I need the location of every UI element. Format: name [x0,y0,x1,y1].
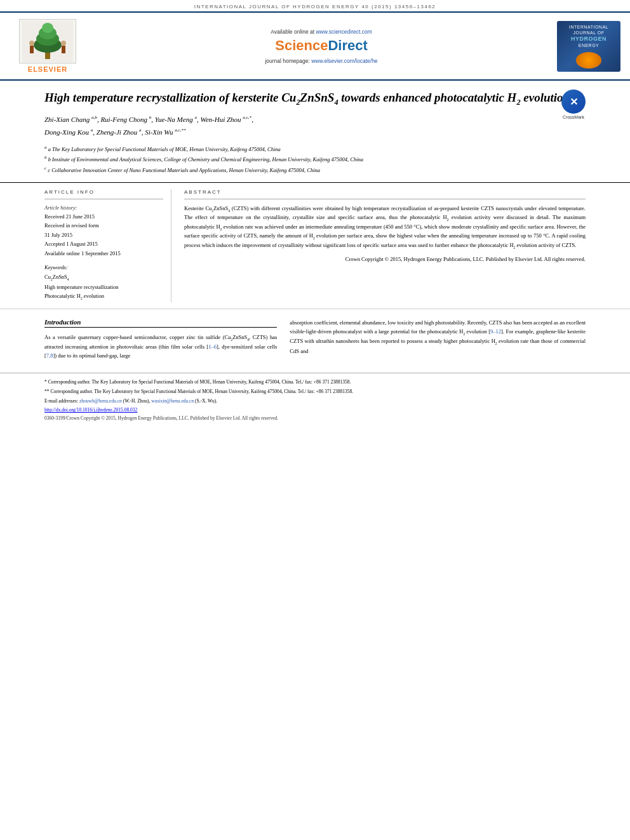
accepted-date: Accepted 1 August 2015 [44,239,163,248]
keyword-3: Photocatalytic H2 evolution [44,291,163,302]
svg-point-8 [61,41,66,46]
crossmark-icon: ✕ [561,90,586,114]
elsevier-wordmark: ELSEVIER [28,65,67,73]
affiliation-b: b b Institute of Environmental and Analy… [44,155,586,164]
available-date: Available online 1 September 2015 [44,249,163,258]
sciencedirect-url-link[interactable]: www.sciencedirect.com [316,29,372,35]
introduction-text-left: As a versatile quaternary copper-based s… [44,333,277,361]
article-history-label: Article history: [44,204,163,211]
svg-point-6 [29,41,34,46]
abstract-heading: ABSTRACT [184,189,586,195]
article-info-abstract-section: ARTICLE INFO Article history: Received 2… [0,183,630,309]
svg-rect-9 [62,46,65,53]
authors-list: Zhi-Xian Chang a,b, Rui-Feng Chong b, Yu… [44,114,586,139]
article-info-divider [44,199,163,199]
article-dates: Received 21 June 2015 Received in revise… [44,212,163,258]
journal-badge-icon [576,52,601,68]
journal-badge-title: International Journal of HYDROGEN ENERGY [560,24,617,49]
crossmark-badge[interactable]: ✕ CrossMark [561,90,586,114]
introduction-heading: Introduction [44,318,277,328]
footnotes-section: * Corresponding author. The Key Laborato… [0,373,630,426]
body-right-column: absorption coefficient, elemental abunda… [290,318,586,361]
keyword-2: High temperature recrystallization [44,283,163,291]
abstract-column: ABSTRACT Kesterite Cu2ZnSnS4 (CZTS) with… [184,189,586,302]
available-online-text: Available online at www.sciencedirect.co… [271,29,372,35]
journal-homepage-text: journal homepage: www.elsevier.com/locat… [265,58,377,64]
crossmark-label: CrossMark [561,115,586,119]
article-info-column: ARTICLE INFO Article history: Received 2… [44,189,171,302]
elsevier-logo-area: ELSEVIER [0,17,95,76]
doi-link[interactable]: http://dx.doi.org/10.1016/j.ijhydene.201… [44,407,137,413]
keyword-1: Cu2ZnSnS4 [44,272,163,283]
journal-banner-text: INTERNATIONAL JOURNAL OF HYDROGEN ENERGY… [194,4,436,10]
body-section: Introduction As a versatile quaternary c… [0,309,630,367]
keywords-label: Keywords: [44,264,163,270]
affiliation-a: a a The Key Laboratory for Special Funct… [44,144,586,154]
email-link-2[interactable]: wusixin@henu.edu.cn [151,398,194,404]
abstract-divider [184,199,586,199]
article-title: High temperature recrystallization of ke… [44,90,586,107]
sciencedirect-logo: ScienceDirect [275,37,368,54]
article-title-section: ✕ CrossMark High temperature recrystalli… [0,81,630,183]
journal-badge: International Journal of HYDROGEN ENERGY [557,21,620,72]
body-left-column: Introduction As a versatile quaternary c… [44,318,277,361]
footnote-emails: E-mail addresses: zhouwh@henu.edu.cn (W.… [44,397,586,405]
svg-point-5 [42,23,53,33]
introduction-text-right: absorption coefficient, elemental abunda… [290,318,586,356]
journal-homepage-link[interactable]: www.elsevier.com/locate/he [311,58,377,64]
abstract-text: Kesterite Cu2ZnSnS4 (CZTS) with differen… [184,204,586,251]
journal-center-header: Available online at www.sciencedirect.co… [95,17,547,76]
elsevier-logo: ELSEVIER [19,19,76,73]
affiliation-c: c c Collaborative Innovation Center of N… [44,165,586,175]
journal-header: ELSEVIER Available online at www.science… [0,11,630,81]
footnote-star2: ** Corresponding author. The Key Laborat… [44,388,586,396]
received-date: Received 21 June 2015 [44,212,163,221]
keywords-list: Cu2ZnSnS4 High temperature recrystalliza… [44,272,163,302]
copyright-footer: 0360-3199/Crown Copyright © 2015, Hydrog… [44,415,586,421]
footnote-star1: * Corresponding author. The Key Laborato… [44,378,586,386]
journal-banner: INTERNATIONAL JOURNAL OF HYDROGEN ENERGY… [0,0,630,11]
affiliations-list: a a The Key Laboratory for Special Funct… [44,144,586,175]
revised-date: Received in revised form31 July 2015 [44,221,163,239]
elsevier-tree-icon [19,19,76,63]
journal-badge-area: International Journal of HYDROGEN ENERGY [547,17,630,76]
abstract-copyright: Crown Copyright © 2015, Hydrogen Energy … [184,255,586,264]
doi-line[interactable]: http://dx.doi.org/10.1016/j.ijhydene.201… [44,407,586,413]
article-info-heading: ARTICLE INFO [44,189,163,195]
email-link-1[interactable]: zhouwh@henu.edu.cn [79,398,122,404]
svg-rect-7 [30,46,34,53]
